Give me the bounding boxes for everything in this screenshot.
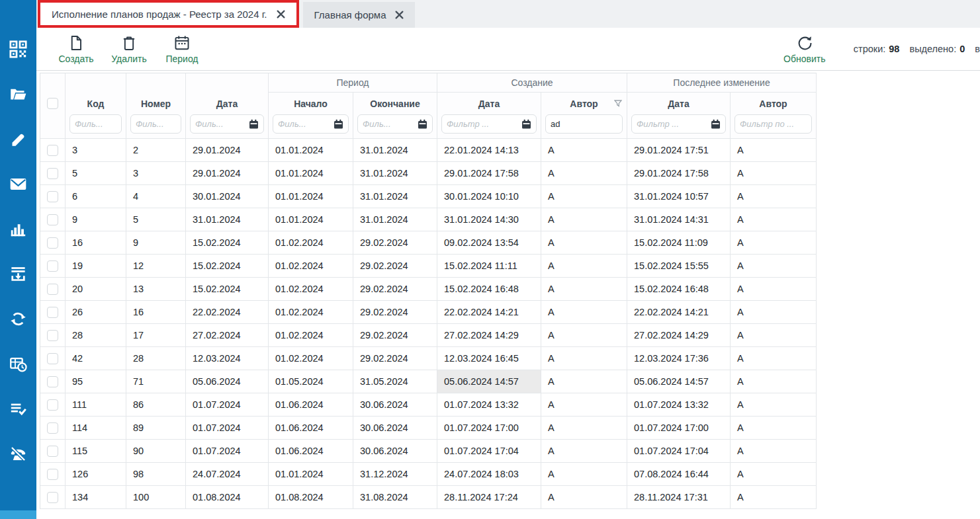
cell-created-date[interactable]: 31.01.2024 14:30 — [437, 208, 541, 231]
cell-modified-author[interactable]: A — [731, 162, 817, 185]
cell-modified-author[interactable]: A — [731, 278, 817, 301]
cell-created-author[interactable]: A — [541, 393, 627, 417]
calendar-picker-icon[interactable] — [334, 119, 343, 130]
cell-period-end[interactable]: 31.05.2024 — [353, 370, 437, 393]
period-button[interactable]: Период — [161, 34, 203, 64]
filter-input-number[interactable] — [136, 119, 176, 129]
cell-date[interactable]: 01.08.2024 — [186, 486, 269, 509]
cell-modified-date[interactable]: 01.07.2024 17:04 — [627, 440, 731, 463]
sidebar-item-tasks[interactable] — [9, 399, 28, 418]
cell-date[interactable]: 29.01.2024 — [186, 162, 269, 185]
cell-period-start[interactable]: 01.01.2024 — [269, 139, 353, 162]
cell-number[interactable]: 90 — [126, 440, 186, 463]
cell-modified-date[interactable]: 15.02.2024 16:48 — [627, 278, 731, 301]
cell-period-start[interactable]: 01.01.2024 — [269, 208, 353, 231]
cell-code[interactable]: 111 — [66, 393, 126, 417]
cell-period-start[interactable]: 01.02.2024 — [269, 278, 353, 301]
filter-input-created-author[interactable] — [551, 119, 617, 129]
cell-modified-date[interactable]: 12.03.2024 17:36 — [627, 347, 731, 370]
cell-date[interactable]: 01.07.2024 — [186, 393, 269, 417]
cell-period-end[interactable]: 30.06.2024 — [353, 393, 437, 417]
cell-modified-date[interactable]: 05.06.2024 14:57 — [627, 370, 731, 393]
row-checkbox[interactable] — [47, 260, 58, 272]
sidebar-item-reports[interactable] — [9, 220, 28, 238]
cell-code[interactable]: 114 — [66, 417, 126, 440]
cell-modified-author[interactable]: A — [731, 139, 817, 162]
filter-input-period-start[interactable] — [278, 119, 332, 129]
cell-period-start[interactable]: 01.02.2024 — [269, 231, 353, 255]
cell-modified-author[interactable]: A — [731, 440, 817, 463]
cell-period-start[interactable]: 01.02.2024 — [269, 255, 353, 278]
cell-period-start[interactable]: 01.05.2024 — [269, 370, 353, 393]
row-checkbox[interactable] — [47, 376, 58, 387]
cell-created-author[interactable]: A — [541, 231, 627, 255]
row-checkbox[interactable] — [47, 214, 58, 225]
cell-modified-date[interactable]: 27.02.2024 14:29 — [627, 324, 731, 347]
delete-button[interactable]: Удалить — [108, 34, 150, 64]
row-checkbox[interactable] — [47, 284, 58, 295]
cell-modified-author[interactable]: A — [731, 347, 817, 370]
cell-code[interactable]: 115 — [66, 440, 126, 463]
cell-period-end[interactable]: 29.02.2024 — [353, 278, 437, 301]
cell-period-start[interactable]: 01.01.2024 — [269, 162, 353, 185]
cell-created-date[interactable]: 05.06.2024 14:57 — [437, 370, 541, 393]
cell-created-date[interactable]: 28.11.2024 17:24 — [437, 486, 541, 509]
sidebar-item-schedule[interactable] — [9, 354, 28, 373]
sidebar-item-sync[interactable] — [9, 309, 28, 328]
cell-modified-date[interactable]: 01.07.2024 17:00 — [627, 417, 731, 440]
cell-period-end[interactable]: 31.12.2024 — [353, 463, 437, 486]
row-checkbox[interactable] — [47, 469, 58, 480]
cell-created-author[interactable]: A — [541, 301, 627, 324]
row-checkbox[interactable] — [47, 168, 58, 179]
cell-number[interactable]: 9 — [126, 231, 186, 255]
cell-created-author[interactable]: A — [541, 463, 627, 486]
column-header-period-end[interactable]: Окончание — [353, 93, 437, 139]
cell-date[interactable]: 01.07.2024 — [186, 440, 269, 463]
cell-created-author[interactable]: A — [541, 255, 627, 278]
cell-modified-author[interactable]: A — [731, 231, 817, 255]
row-checkbox[interactable] — [47, 191, 58, 202]
cell-number[interactable]: 98 — [126, 463, 186, 486]
cell-date[interactable]: 29.01.2024 — [186, 139, 269, 162]
cell-number[interactable]: 28 — [126, 347, 186, 370]
filter-input-code[interactable] — [75, 119, 116, 129]
filter-input-modified-date[interactable] — [637, 119, 709, 129]
cell-modified-author[interactable]: A — [731, 486, 817, 509]
calendar-picker-icon[interactable] — [711, 119, 721, 130]
row-checkbox[interactable] — [47, 237, 58, 249]
cell-created-date[interactable]: 27.02.2024 14:29 — [437, 324, 541, 347]
cell-created-author[interactable]: A — [541, 162, 627, 185]
cell-modified-author[interactable]: A — [731, 208, 817, 231]
sidebar-item-documents[interactable] — [9, 85, 28, 103]
row-checkbox[interactable] — [47, 145, 58, 156]
cell-date[interactable]: 05.06.2024 — [186, 370, 269, 393]
cell-code[interactable]: 126 — [66, 463, 126, 486]
row-checkbox[interactable] — [47, 399, 58, 411]
row-checkbox[interactable] — [47, 307, 58, 318]
cell-code[interactable]: 20 — [66, 278, 126, 301]
cell-date[interactable]: 31.01.2024 — [186, 208, 269, 231]
cell-number[interactable]: 4 — [126, 185, 186, 208]
cell-created-date[interactable]: 01.07.2024 17:04 — [437, 440, 541, 463]
cell-created-date[interactable]: 15.02.2024 11:11 — [437, 255, 541, 278]
cell-modified-author[interactable]: A — [731, 255, 817, 278]
cell-code[interactable]: 6 — [66, 185, 126, 208]
cell-modified-author[interactable]: A — [731, 185, 817, 208]
cell-period-end[interactable]: 31.08.2024 — [353, 486, 437, 509]
cell-modified-date[interactable]: 29.01.2024 17:51 — [627, 139, 731, 162]
cell-modified-author[interactable]: A — [731, 370, 817, 393]
cell-modified-date[interactable]: 31.01.2024 14:31 — [627, 208, 731, 231]
cell-modified-date[interactable]: 15.02.2024 11:09 — [627, 231, 731, 255]
cell-modified-date[interactable]: 07.08.2024 16:44 — [627, 463, 731, 486]
cell-created-author[interactable]: A — [541, 139, 627, 162]
column-header-created-date[interactable]: Дата — [437, 93, 541, 139]
cell-created-author[interactable]: A — [541, 417, 627, 440]
cell-created-date[interactable]: 01.07.2024 17:00 — [437, 417, 541, 440]
column-header-date[interactable]: Дата — [186, 73, 269, 139]
cell-created-author[interactable]: A — [541, 278, 627, 301]
cell-date[interactable]: 12.03.2024 — [186, 347, 269, 370]
cell-date[interactable]: 15.02.2024 — [186, 278, 269, 301]
select-all-checkbox[interactable] — [47, 98, 58, 109]
row-checkbox[interactable] — [47, 353, 58, 364]
cell-created-author[interactable]: A — [541, 370, 627, 393]
